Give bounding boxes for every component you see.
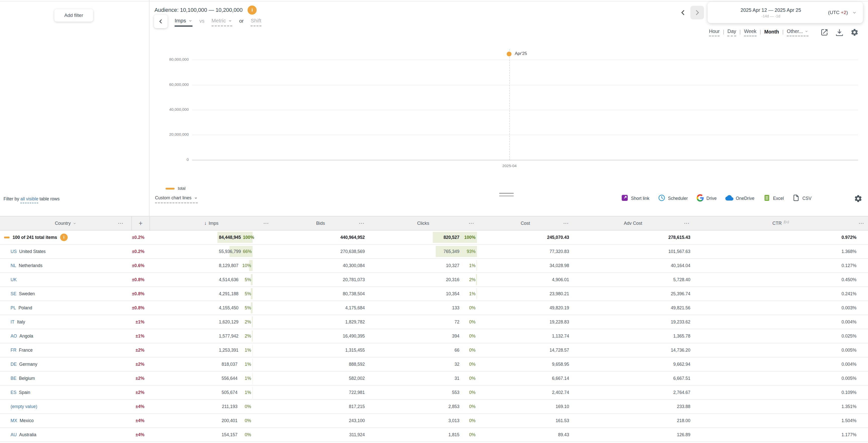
column-menu-icon[interactable]: ⋯ <box>118 220 124 227</box>
y-tick-label: 60,000,000 <box>141 82 189 87</box>
column-menu-icon[interactable]: ⋯ <box>563 220 569 227</box>
column-menu-icon[interactable]: ⋯ <box>859 220 865 227</box>
ctr-header-label: CTR <box>772 221 782 226</box>
column-header-clicks[interactable]: Clicks ⋯ <box>368 216 478 230</box>
custom-chart-lines-dropdown[interactable]: Custom chart lines <box>155 195 198 203</box>
table-row[interactable]: AOAngola ±1% 1,577,9422% 16,490,395 3940… <box>0 329 868 343</box>
cell-bids: 270,638,569 <box>253 249 367 254</box>
column-menu-icon[interactable]: ⋯ <box>684 220 690 227</box>
granularity-switcher: Hour | Day | Week | Month | Other... <box>709 28 859 36</box>
cell-country[interactable]: UK <box>0 277 114 283</box>
collapse-chart-button[interactable] <box>154 14 167 28</box>
scheduler-button[interactable]: Scheduler <box>658 194 688 203</box>
info-icon[interactable]: i <box>248 5 257 14</box>
column-header-ctr[interactable]: CTR f(x) ⋯ <box>693 216 868 230</box>
add-filter-button[interactable]: Add filter <box>54 9 93 22</box>
open-in-new-icon[interactable] <box>820 28 829 36</box>
table-row[interactable]: ITItaly ±1% 1,620,1292% 1,829,782 720% 1… <box>0 315 868 329</box>
table-row[interactable]: NLNetherlands ±0.6% 8,129,80710% 40,300,… <box>0 259 868 273</box>
cell-bids: 243,100 <box>253 418 367 423</box>
csv-file-icon <box>792 194 800 203</box>
hover-guideline <box>509 49 510 160</box>
excel-button[interactable]: Excel <box>763 194 784 203</box>
onedrive-button[interactable]: OneDrive <box>725 194 754 203</box>
granularity-week[interactable]: Week <box>744 28 756 36</box>
google-drive-button[interactable]: Drive <box>696 194 717 203</box>
table-row[interactable]: DEGermany ±2% 818,0371% 888,592 320% 9,6… <box>0 357 868 372</box>
csv-button[interactable]: CSV <box>792 194 811 203</box>
secondary-metric-dropdown[interactable]: Metric <box>212 18 232 26</box>
primary-metric-dropdown[interactable]: Imps <box>175 18 192 27</box>
cell-country[interactable]: USUnited States <box>0 249 114 254</box>
download-icon[interactable] <box>835 28 844 36</box>
cell-country[interactable]: PLPoland <box>0 305 114 311</box>
all-visible-link[interactable]: all visible <box>20 196 38 203</box>
cell-country[interactable]: ESSpain <box>0 390 114 395</box>
cell-country[interactable]: ITItaly <box>0 319 114 325</box>
granularity-hour[interactable]: Hour <box>709 28 719 36</box>
country-code: NL <box>10 263 16 268</box>
imps-share-bar: 4,514,6365% <box>217 274 253 285</box>
cell-cost: 161.53 <box>477 418 571 423</box>
next-period-button[interactable] <box>690 6 704 19</box>
cell-cost: 169.10 <box>477 404 571 409</box>
cell-imps: 200,4010% <box>145 415 253 426</box>
cell-country[interactable]: (empty value) <box>0 404 114 409</box>
table-row[interactable]: USUnited States ±0.2% 55,936,79966% 270,… <box>0 245 868 259</box>
formula-icon: f(x) <box>784 220 789 224</box>
cell-country[interactable]: SESweden <box>0 291 114 296</box>
country-name: Belgium <box>19 376 35 381</box>
cell-bids: 40,300,084 <box>253 263 367 268</box>
column-menu-icon[interactable]: ⋯ <box>263 220 269 227</box>
country-name: France <box>19 348 32 353</box>
column-header-adv-cost[interactable]: Adv Cost ⋯ <box>572 216 693 230</box>
short-link-button[interactable]: Short link <box>621 194 649 203</box>
shift-toggle[interactable]: Shift <box>251 18 261 26</box>
cell-cost: 49,820.19 <box>477 305 571 311</box>
column-menu-icon[interactable]: ⋯ <box>468 220 474 227</box>
table-row-total[interactable]: 100 of 241 total itemsi ±0.2% 84,448,945… <box>0 231 868 245</box>
cell-ctr: 0.109% <box>692 390 868 395</box>
cell-country[interactable]: 100 of 241 total itemsi <box>0 234 114 241</box>
table-row[interactable]: PLPoland ±0.8% 4,155,4505% 4,175,684 133… <box>0 301 868 315</box>
table-row[interactable]: SESweden ±0.8% 4,291,1885% 80,738,504 10… <box>0 287 868 301</box>
table-row[interactable]: MXMexico ±4% 200,4010% 243,100 3,0130% 1… <box>0 414 868 428</box>
column-header-cost[interactable]: Cost ⋯ <box>478 216 572 230</box>
table-settings-gear-icon[interactable] <box>854 194 863 203</box>
table-row[interactable]: FRFrance ±2% 1,253,3911% 1,315,455 660% … <box>0 343 868 357</box>
chart-legend[interactable]: total <box>165 186 185 191</box>
granularity-other-dropdown[interactable]: Other... <box>787 28 808 36</box>
cell-delta: ±0.2% <box>114 249 145 254</box>
table-row[interactable]: BEBelgium ±2% 556,6441% 582,002 310% 6,6… <box>0 372 868 386</box>
cell-country[interactable]: DEGermany <box>0 362 114 367</box>
date-range-picker[interactable]: 2025 Apr 12 — 2025 Apr 25 -14d — -1d (UT… <box>708 2 863 23</box>
cell-ctr: 0.127% <box>692 263 868 268</box>
granularity-month-selected[interactable]: Month <box>764 29 779 36</box>
table-row[interactable]: (empty value) ±4% 211,1930% 817,215 2,85… <box>0 400 868 414</box>
table-row[interactable]: ESSpain ±2% 505,6741% 722,981 5530% 2,40… <box>0 386 868 400</box>
info-icon[interactable]: i <box>60 234 68 241</box>
cell-country[interactable]: FRFrance <box>0 348 114 353</box>
cell-country[interactable]: AOAngola <box>0 333 114 339</box>
cell-country[interactable]: NLNetherlands <box>0 263 114 268</box>
cell-bids: 20,781,073 <box>253 277 367 283</box>
cell-country[interactable]: AUAustralia <box>0 432 114 438</box>
column-header-bids[interactable]: Bids ⋯ <box>273 216 368 230</box>
cell-ctr: 0.972% <box>692 235 868 240</box>
cell-delta: ±0.2% <box>114 235 145 240</box>
cell-country[interactable]: MXMexico <box>0 418 114 423</box>
column-menu-icon[interactable]: ⋯ <box>359 220 365 227</box>
table-row[interactable]: AUAustralia ±4% 154,1570% 311,924 1,8150… <box>0 428 868 442</box>
add-column-button[interactable]: + <box>131 216 150 230</box>
column-header-country[interactable]: Country ⋯ <box>0 216 131 230</box>
table-row[interactable]: UK ±0.8% 4,514,6365% 20,781,073 20,3162%… <box>0 273 868 287</box>
chart-resize-handle[interactable] <box>499 193 514 198</box>
column-header-imps[interactable]: ↓ Imps ⋯ <box>150 216 273 230</box>
imps-share-bar: 1,620,1292% <box>217 316 253 327</box>
granularity-day[interactable]: Day <box>727 28 736 36</box>
data-point-total-apr25[interactable] <box>507 52 512 56</box>
gear-icon[interactable] <box>850 28 859 36</box>
cell-country[interactable]: BEBelgium <box>0 376 114 381</box>
imps-header-label: Imps <box>209 221 218 226</box>
prev-period-button[interactable] <box>679 9 687 17</box>
